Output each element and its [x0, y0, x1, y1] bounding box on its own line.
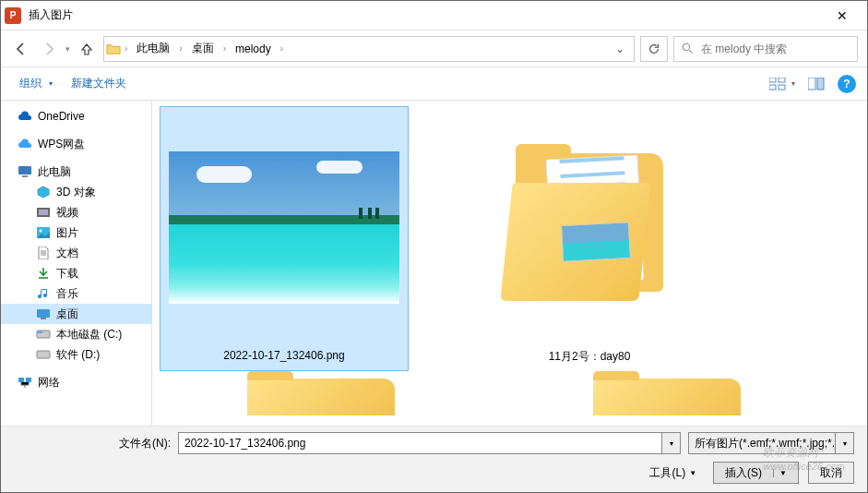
- chevron-right-icon[interactable]: ›: [177, 43, 184, 54]
- sidebar-item-network[interactable]: 网络: [1, 372, 151, 392]
- body: OneDrive WPS网盘 此电脑 3D 对象 视频 图片 文档: [1, 101, 867, 426]
- filetype-dropdown[interactable]: ▾: [836, 432, 854, 454]
- filename-dropdown[interactable]: ▾: [662, 432, 681, 454]
- desktop-icon: [36, 307, 51, 321]
- disk-icon: [36, 347, 51, 362]
- file-list[interactable]: 2022-10-17_132406.png 11月2号：day80: [152, 101, 867, 426]
- svg-rect-14: [41, 318, 46, 319]
- cancel-button[interactable]: 取消: [808, 462, 854, 484]
- sidebar-item-label: 3D 对象: [56, 185, 96, 200]
- svg-rect-18: [18, 378, 24, 382]
- folder-icon: [106, 42, 121, 56]
- svg-rect-17: [37, 351, 50, 358]
- folder-icon: [497, 135, 682, 319]
- sidebar-item-label: WPS网盘: [38, 137, 85, 152]
- document-icon: [36, 246, 51, 260]
- insert-dropdown[interactable]: ▼: [773, 469, 787, 477]
- sidebar-item-label: 文档: [56, 246, 78, 261]
- cube-icon: [36, 185, 51, 199]
- sidebar-item-label: 桌面: [56, 307, 78, 322]
- folder-icon[interactable]: [593, 379, 741, 415]
- tools-button[interactable]: 工具(L) ▼: [649, 465, 696, 481]
- breadcrumb[interactable]: › 此电脑 › 桌面 › melody › ⌄: [103, 36, 635, 62]
- svg-rect-1: [769, 78, 776, 82]
- new-folder-button[interactable]: 新建文件夹: [64, 72, 134, 95]
- sidebar-item-label: OneDrive: [38, 110, 85, 123]
- chevron-right-icon[interactable]: ›: [123, 43, 129, 54]
- file-label: 11月2号：day80: [545, 345, 635, 368]
- disk-icon: [36, 327, 51, 342]
- sidebar-item-disk-d[interactable]: 软件 (D:): [1, 344, 151, 365]
- footer: 文件名(N): ▾ 所有图片(*.emf;*.wmf;*.jpg;*.j ▾ 工…: [1, 426, 867, 492]
- sidebar-item-label: 此电脑: [38, 164, 71, 180]
- sidebar-item-pc[interactable]: 此电脑: [1, 162, 151, 182]
- back-button[interactable]: [10, 38, 32, 60]
- insert-button[interactable]: 插入(S) ▼: [713, 462, 799, 484]
- sidebar-item-disk-c[interactable]: 本地磁盘 (C:): [1, 324, 151, 344]
- sidebar-item-video[interactable]: 视频: [1, 202, 151, 222]
- sidebar-item-label: 网络: [38, 375, 60, 391]
- sidebar-item-desktop[interactable]: 桌面: [1, 304, 151, 324]
- sidebar-item-label: 视频: [56, 205, 78, 221]
- sidebar-item-label: 本地磁盘 (C:): [56, 327, 122, 343]
- video-icon: [36, 205, 51, 220]
- svg-rect-10: [39, 210, 48, 215]
- filename-input[interactable]: [178, 432, 662, 454]
- network-icon: [18, 375, 32, 390]
- organize-button[interactable]: 组织: [12, 72, 60, 95]
- svg-rect-3: [769, 85, 776, 90]
- sidebar: OneDrive WPS网盘 此电脑 3D 对象 视频 图片 文档: [1, 101, 152, 426]
- recent-dropdown-icon[interactable]: ▾: [65, 44, 70, 54]
- search-icon: [682, 42, 694, 54]
- sidebar-item-label: 下载: [56, 266, 78, 282]
- app-icon: P: [5, 7, 21, 24]
- filename-field[interactable]: ▾: [178, 432, 681, 454]
- breadcrumb-item-pc[interactable]: 此电脑: [131, 38, 175, 60]
- search-box[interactable]: [673, 36, 858, 62]
- breadcrumb-dropdown[interactable]: ⌄: [608, 37, 632, 61]
- sidebar-item-downloads[interactable]: 下载: [1, 263, 151, 283]
- download-icon: [36, 266, 51, 281]
- svg-point-0: [683, 43, 689, 50]
- svg-rect-5: [808, 78, 815, 90]
- help-icon[interactable]: ?: [838, 75, 856, 93]
- partial-folder-row: [160, 371, 860, 415]
- sidebar-item-label: 软件 (D:): [56, 347, 100, 363]
- svg-rect-13: [37, 309, 50, 318]
- sidebar-item-onedrive[interactable]: OneDrive: [1, 106, 151, 126]
- dialog-title: 插入图片: [29, 7, 821, 23]
- preview-pane-icon[interactable]: [808, 76, 825, 92]
- sidebar-item-label: 音乐: [56, 286, 78, 302]
- chevron-right-icon[interactable]: ›: [279, 43, 285, 54]
- view-dropdown-icon[interactable]: ▾: [791, 79, 795, 88]
- sidebar-item-music[interactable]: 音乐: [1, 283, 151, 304]
- sidebar-item-3d[interactable]: 3D 对象: [1, 182, 151, 202]
- svg-rect-2: [779, 78, 785, 82]
- breadcrumb-item-desktop[interactable]: 桌面: [186, 38, 220, 60]
- svg-rect-7: [18, 166, 31, 174]
- wps-icon: [18, 137, 32, 151]
- sidebar-item-documents[interactable]: 文档: [1, 243, 151, 263]
- forward-button[interactable]: [38, 38, 60, 60]
- close-button[interactable]: ✕: [821, 1, 863, 30]
- breadcrumb-item-melody[interactable]: melody: [230, 38, 277, 60]
- folder-icon[interactable]: [247, 379, 395, 415]
- chevron-down-icon: ▼: [689, 469, 696, 477]
- navigation-bar: ▾ › 此电脑 › 桌面 › melody › ⌄: [1, 30, 867, 67]
- sidebar-item-wps[interactable]: WPS网盘: [1, 134, 151, 154]
- up-button[interactable]: [76, 38, 98, 60]
- chevron-right-icon[interactable]: ›: [221, 43, 228, 54]
- refresh-button[interactable]: [640, 36, 668, 62]
- svg-point-12: [40, 230, 42, 233]
- pictures-icon: [36, 225, 51, 240]
- sidebar-item-pictures[interactable]: 图片: [1, 222, 151, 243]
- view-thumbnails-icon[interactable]: [769, 76, 786, 92]
- search-input[interactable]: [701, 42, 850, 55]
- file-item-image[interactable]: 2022-10-17_132406.png: [160, 106, 409, 371]
- svg-rect-4: [779, 85, 785, 90]
- pc-icon: [18, 164, 32, 179]
- title-bar: P 插入图片 ✕: [1, 1, 867, 30]
- filetype-select[interactable]: 所有图片(*.emf;*.wmf;*.jpg;*.j ▾: [688, 432, 854, 454]
- file-item-folder[interactable]: 11月2号：day80: [423, 106, 755, 371]
- cloud-icon: [18, 109, 32, 124]
